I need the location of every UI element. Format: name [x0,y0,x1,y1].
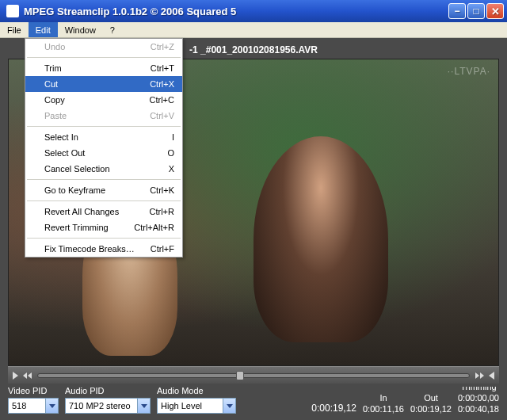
play-reverse-icon[interactable] [489,372,494,380]
menubar: File Edit Window ? [0,22,507,38]
current-time-value: 0:00:19,12 [311,403,356,414]
chevron-down-icon[interactable] [45,399,58,413]
step-forward-icon[interactable] [475,372,484,379]
out-time: Out 0:00:19,12 [410,393,452,414]
maximize-button[interactable]: □ [467,3,485,19]
step-back-icon[interactable] [23,372,32,379]
edit-menu-dropdown: UndoCtrl+Z TrimCtrl+T CutCtrl+X CopyCtrl… [25,38,183,258]
in-label: In [363,393,404,403]
menu-help[interactable]: ? [103,22,122,37]
chevron-down-icon[interactable] [137,399,150,413]
window-titlebar: MPEG Streamclip 1.0.1b2 © 2006 Squared 5… [0,0,507,22]
seek-track[interactable] [37,373,470,378]
video-pid-col: Video PID 518 [8,386,59,414]
trimming-bottom: 0:00:40,18 [458,404,499,414]
video-pid-combo[interactable]: 518 [8,398,59,414]
menu-goto-keyframe[interactable]: Go to KeyframeCtrl+K [25,182,182,198]
menu-separator [27,200,181,201]
bottom-bar: Video PID 518 Audio PID 710 MP2 stereo A… [0,387,507,420]
play-bar [8,366,499,384]
menu-separator [27,57,181,58]
menu-cut[interactable]: CutCtrl+X [25,76,182,92]
trimming-top: 0:00:00,00 [458,393,499,403]
audio-pid-col: Audio PID 710 MP2 stereo [65,386,151,414]
audio-pid-value: 710 MP2 stereo [66,401,137,410]
menu-file[interactable]: File [0,22,29,37]
out-value: 0:00:19,12 [410,404,452,414]
chevron-down-icon[interactable] [223,399,235,413]
menu-paste: PasteCtrl+V [25,108,182,124]
menu-copy[interactable]: CopyCtrl+C [25,92,182,108]
menu-window[interactable]: Window [58,22,103,37]
menu-revert-all[interactable]: Revert All ChangesCtrl+R [25,204,182,220]
out-label: Out [410,393,452,403]
menu-undo: UndoCtrl+Z [25,39,182,55]
audio-mode-label: Audio Mode [157,386,236,395]
menu-trim[interactable]: TrimCtrl+T [25,60,182,76]
play-icon[interactable] [13,372,18,380]
audio-pid-label: Audio PID [65,386,151,395]
menu-fix-timecode[interactable]: Fix Timecode Breaks…Ctrl+F [25,241,182,257]
video-pid-label: Video PID [8,386,59,395]
audio-mode-combo[interactable]: High Level [157,398,236,414]
menu-edit[interactable]: Edit [29,22,58,37]
menu-separator [27,126,181,127]
watermark: ··LTVPA· [448,66,490,77]
menu-cancel-selection[interactable]: Cancel SelectionX [25,161,182,177]
in-value: 0:00:11,16 [363,404,404,414]
audio-mode-value: High Level [158,401,223,410]
menu-revert-trimming[interactable]: Revert TrimmingCtrl+Alt+R [25,220,182,235]
video-pid-value: 518 [9,401,45,410]
menu-separator [27,179,181,180]
current-time: 0:00:19,12 [311,391,356,414]
window-title: MPEG Streamclip 1.0.1b2 © 2006 Squared 5 [24,6,236,17]
menu-separator [27,238,181,239]
close-button[interactable]: ✕ [486,3,504,19]
in-time: In 0:00:11,16 [363,393,404,414]
audio-mode-col: Audio Mode High Level [157,386,236,414]
minimize-button[interactable]: − [448,3,466,19]
seek-thumb[interactable] [236,371,244,380]
app-icon [6,5,19,17]
menu-select-in[interactable]: Select InI [25,129,182,145]
audio-pid-combo[interactable]: 710 MP2 stereo [65,398,151,414]
menu-select-out[interactable]: Select OutO [25,145,182,161]
